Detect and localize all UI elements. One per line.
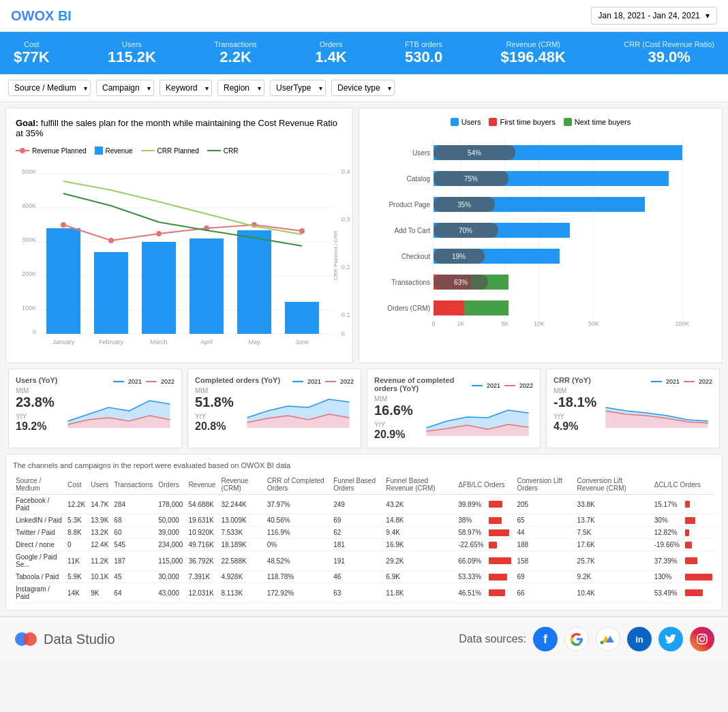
kpi-revenue-crm-value: $196.48K xyxy=(501,48,566,66)
legend-revenue-planned: Revenue Planned xyxy=(16,146,87,155)
svg-point-89 xyxy=(704,636,706,637)
svg-rect-87 xyxy=(697,634,707,644)
kpi-transactions-value: 2.2K xyxy=(214,48,257,66)
table-note: The channels and campaigns in the report… xyxy=(13,461,715,469)
kpi-cost: Cost $77K xyxy=(14,40,50,66)
linkedin-icon: in xyxy=(627,627,652,651)
users-mini-chart xyxy=(63,387,175,428)
users-mtm-label: MtM xyxy=(16,387,63,394)
svg-text:400K: 400K xyxy=(22,202,36,209)
data-studio-icon xyxy=(14,627,38,651)
logo: OWOX BI xyxy=(11,8,72,24)
revenue-mtm-label: MtM xyxy=(374,395,422,403)
date-range-text: Jan 18, 2021 - Jan 24, 2021 xyxy=(598,11,700,20)
region-select[interactable]: Region xyxy=(217,80,264,96)
data-table: Source / Medium Cost Users Transactions … xyxy=(13,475,715,603)
table-row: Direct / none012.4K545234,00049.716K18.1… xyxy=(13,539,715,551)
users-mtm-value: 23.8% xyxy=(16,394,63,410)
revenue-yty-label: YtY xyxy=(374,421,422,429)
th-fb-revenue: Funnel Based Revenue (CRM) xyxy=(383,475,455,495)
kpi-transactions: Transactions 2.2K xyxy=(214,40,257,66)
filters-bar: Source / Medium Campaign Keyword Region … xyxy=(0,74,728,102)
orders-yty-value: 20.8% xyxy=(195,420,243,433)
keyword-select[interactable]: Keyword xyxy=(160,80,212,96)
svg-rect-75 xyxy=(464,300,509,315)
th-revenue-crm: Revenue (CRM) xyxy=(218,475,264,495)
users-yty-value: 19.2% xyxy=(16,420,63,433)
svg-point-88 xyxy=(700,637,705,642)
filter-device-type[interactable]: Device type xyxy=(331,80,395,96)
orders-mtm-label: MtM xyxy=(195,387,243,394)
logo-bi: BI xyxy=(58,8,72,23)
legend-ntb: Next time buyers xyxy=(564,118,631,126)
svg-text:Add To Cart: Add To Cart xyxy=(394,227,430,234)
facebook-icon: f xyxy=(533,627,558,651)
legend-users: Users xyxy=(451,118,481,126)
svg-rect-18 xyxy=(46,228,80,334)
chart-legend: Revenue Planned Revenue CRR Planned CRR xyxy=(16,146,343,155)
data-studio-logo: Data Studio xyxy=(14,627,115,651)
footer-sources-label: Data sources: xyxy=(459,633,526,645)
svg-point-86 xyxy=(601,641,604,645)
revenue-mini-chart xyxy=(422,395,533,436)
svg-rect-22 xyxy=(237,230,271,334)
kpi-crr-value: 39.0% xyxy=(624,48,714,66)
legend-ftb: First time buyers xyxy=(489,118,555,126)
footer-sources: Data sources: f in xyxy=(459,627,714,651)
filter-region[interactable]: Region xyxy=(217,80,264,96)
svg-text:10K: 10K xyxy=(534,320,545,327)
revenue-yoy-title: Revenue of completed orders (YoY) xyxy=(374,376,472,392)
svg-text:0.2: 0.2 xyxy=(342,264,350,270)
filter-keyword[interactable]: Keyword xyxy=(160,80,212,96)
google-ads-icon xyxy=(596,627,620,651)
th-users: Users xyxy=(88,475,111,495)
goal-text: Goal: fulfill the sales plan for the mon… xyxy=(16,118,343,138)
kpi-ftb-value: 530.0 xyxy=(405,48,442,66)
kpi-orders-value: 1.4K xyxy=(315,48,346,66)
users-yoy-chart: Users (YoY) 2021 2022 MtM 23.8% YtY 19.2… xyxy=(8,369,182,448)
svg-text:19%: 19% xyxy=(452,253,466,260)
svg-text:35%: 35% xyxy=(457,201,471,208)
th-revenue: Revenue xyxy=(185,475,218,495)
device-type-select[interactable]: Device type xyxy=(331,80,395,96)
date-range-picker[interactable]: Jan 18, 2021 - Jan 24, 2021 ▾ xyxy=(591,7,717,25)
users-yty-label: YtY xyxy=(16,413,63,420)
filter-campaign[interactable]: Campaign xyxy=(96,80,154,96)
campaign-select[interactable]: Campaign xyxy=(96,80,154,96)
funnel-chart-svg: 0 1K 5K 10K 50K 100K Users 54% Catalog 7… xyxy=(369,131,703,329)
crr-yty-label: YtY xyxy=(553,413,601,420)
source-medium-select[interactable]: Source / Medium xyxy=(8,80,91,96)
th-delta-cl: ΔCL/LC Orders xyxy=(652,475,715,495)
google-icon xyxy=(564,627,589,651)
svg-text:April: April xyxy=(200,339,213,345)
crr-yoy-chart: CRR (YoY) 2021 2022 MtM -18.1% YtY 4.9% xyxy=(546,369,720,448)
svg-point-26 xyxy=(156,231,162,236)
usertype-select[interactable]: UserType xyxy=(270,80,326,96)
table-row: Taboola / Paid5.9K10.1K4530,0007.391K4.9… xyxy=(13,571,715,583)
orders-mtm-value: 51.8% xyxy=(195,394,243,410)
svg-text:Checkout: Checkout xyxy=(401,253,430,260)
top-charts-row: Goal: fulfill the sales plan for the mon… xyxy=(0,102,728,369)
svg-text:0: 0 xyxy=(431,320,435,327)
filter-source-medium[interactable]: Source / Medium xyxy=(8,80,91,96)
svg-text:Transactions: Transactions xyxy=(391,279,430,286)
kpi-orders: Orders 1.4K xyxy=(315,40,346,66)
filter-usertype[interactable]: UserType xyxy=(270,80,326,96)
svg-text:February: February xyxy=(99,339,124,345)
table-row: Twitter / Paid8.8K13.2K6039,00010.920K7.… xyxy=(13,527,715,539)
th-fb-orders: Funnel Based Orders xyxy=(331,475,383,495)
svg-point-24 xyxy=(61,222,66,228)
th-cost: Cost xyxy=(65,475,88,495)
kpi-crr-label: CRR (Cost Revenue Ratio) xyxy=(624,40,714,48)
legend-revenue-label: Revenue xyxy=(106,147,133,155)
svg-text:Orders (CRM): Orders (CRM) xyxy=(387,305,430,312)
svg-text:Catalog: Catalog xyxy=(407,175,430,183)
kpi-users-label: Users xyxy=(108,40,156,48)
svg-text:May: May xyxy=(248,339,260,345)
kpi-ftb-label: FTB orders xyxy=(405,40,442,48)
logo-owox: OWOX xyxy=(11,8,54,23)
revenue-chart-svg: 500K 400K 300K 200K 100K 0 0.4 0.3 0.2 0… xyxy=(16,160,343,351)
th-cl-orders: Conversion Lift Orders xyxy=(514,475,574,495)
svg-text:200K: 200K xyxy=(22,270,36,277)
svg-text:5K: 5K xyxy=(501,320,509,327)
